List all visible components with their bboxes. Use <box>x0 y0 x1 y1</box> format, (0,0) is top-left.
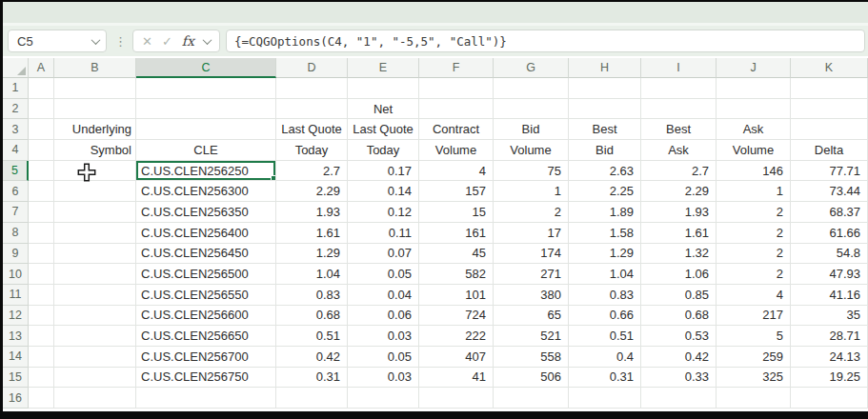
cell-C14[interactable]: C.US.CLEN256700 <box>136 347 276 368</box>
row-header-9[interactable]: 9 <box>3 244 29 265</box>
cell-K5[interactable]: 77.71 <box>791 161 868 182</box>
cell-J12[interactable]: 217 <box>717 306 791 327</box>
cell-I4[interactable]: Ask <box>641 140 717 161</box>
cell-H9[interactable]: 1.29 <box>569 244 641 265</box>
insert-function-icon[interactable]: fx <box>182 33 194 49</box>
cell-K10[interactable]: 47.93 <box>791 264 868 285</box>
cell-J14[interactable]: 259 <box>717 347 791 368</box>
cell-A7[interactable] <box>29 202 54 223</box>
cell-A14[interactable] <box>29 347 54 368</box>
cell-G11[interactable]: 380 <box>494 285 569 306</box>
cell-E2[interactable]: Net <box>348 99 419 120</box>
cell-K3[interactable] <box>791 119 868 140</box>
cell-F15[interactable]: 41 <box>419 368 494 389</box>
cell-K16[interactable] <box>791 388 868 409</box>
cell-H16[interactable] <box>569 388 641 409</box>
cell-F7[interactable]: 15 <box>419 202 494 223</box>
fill-handle[interactable] <box>271 175 276 181</box>
cell-H3[interactable]: Best <box>569 119 641 140</box>
cell-E14[interactable]: 0.05 <box>348 347 419 368</box>
cell-J16[interactable] <box>717 388 791 409</box>
cell-E9[interactable]: 0.07 <box>348 244 419 265</box>
cell-C7[interactable]: C.US.CLEN256350 <box>136 202 276 223</box>
cell-H10[interactable]: 1.04 <box>569 264 641 285</box>
cell-D12[interactable]: 0.68 <box>276 306 348 327</box>
cell-A13[interactable] <box>29 326 54 347</box>
cell-H15[interactable]: 0.31 <box>569 368 641 389</box>
cell-K15[interactable]: 19.25 <box>791 368 868 389</box>
cell-C3[interactable] <box>136 119 276 140</box>
cell-G3[interactable]: Bid <box>494 119 569 140</box>
cell-A3[interactable] <box>29 119 54 140</box>
cell-D15[interactable]: 0.31 <box>276 368 348 389</box>
cell-A11[interactable] <box>29 285 54 306</box>
cell-I15[interactable]: 0.33 <box>641 368 717 389</box>
cell-C15[interactable]: C.US.CLEN256750 <box>136 368 276 389</box>
cell-H7[interactable]: 1.89 <box>569 202 641 223</box>
cell-F13[interactable]: 222 <box>419 326 494 347</box>
cell-K6[interactable]: 73.44 <box>791 181 868 202</box>
cell-I7[interactable]: 1.93 <box>641 202 717 223</box>
cell-J15[interactable]: 325 <box>717 368 791 389</box>
cell-D13[interactable]: 0.51 <box>276 326 348 347</box>
cell-D8[interactable]: 1.61 <box>276 223 348 244</box>
cell-F9[interactable]: 45 <box>419 244 494 265</box>
cell-I16[interactable] <box>641 388 717 409</box>
cancel-icon[interactable]: ✕ <box>142 34 152 49</box>
row-header-16[interactable]: 16 <box>3 388 29 409</box>
cell-J8[interactable]: 2 <box>717 223 791 244</box>
cell-J11[interactable]: 4 <box>717 285 791 306</box>
cell-C11[interactable]: C.US.CLEN256550 <box>136 285 276 306</box>
cell-J7[interactable]: 2 <box>717 202 791 223</box>
cell-H4[interactable]: Bid <box>569 140 641 161</box>
cell-D14[interactable]: 0.42 <box>276 347 348 368</box>
cell-A1[interactable] <box>29 78 54 99</box>
row-header-8[interactable]: 8 <box>3 223 29 244</box>
cell-C12[interactable]: C.US.CLEN256600 <box>136 306 276 327</box>
cell-C8[interactable]: C.US.CLEN256400 <box>136 223 276 244</box>
cell-G16[interactable] <box>494 388 569 409</box>
cell-H8[interactable]: 1.58 <box>569 223 641 244</box>
cell-H14[interactable]: 0.4 <box>569 347 641 368</box>
cell-E4[interactable]: Today <box>348 140 419 161</box>
cell-F16[interactable] <box>419 388 494 409</box>
row-header-10[interactable]: 10 <box>3 264 29 285</box>
cell-J6[interactable]: 1 <box>717 181 791 202</box>
cell-J13[interactable]: 5 <box>717 326 791 347</box>
cell-B8[interactable] <box>54 223 136 244</box>
cell-J5[interactable]: 146 <box>717 161 791 182</box>
cell-C1[interactable] <box>136 78 276 99</box>
cell-C9[interactable]: C.US.CLEN256450 <box>136 244 276 265</box>
cell-B11[interactable] <box>54 285 136 306</box>
cell-J3[interactable]: Ask <box>717 119 791 140</box>
cell-F14[interactable]: 407 <box>419 347 494 368</box>
cell-D7[interactable]: 1.93 <box>276 202 348 223</box>
cell-K8[interactable]: 61.66 <box>791 223 868 244</box>
cell-C10[interactable]: C.US.CLEN256500 <box>136 264 276 285</box>
cell-I14[interactable]: 0.42 <box>641 347 717 368</box>
cell-K13[interactable]: 28.71 <box>791 326 868 347</box>
cell-I2[interactable] <box>641 99 717 120</box>
cell-E8[interactable]: 0.11 <box>348 223 419 244</box>
cell-I13[interactable]: 0.53 <box>641 326 717 347</box>
cell-K1[interactable] <box>791 78 868 99</box>
cell-G12[interactable]: 65 <box>494 306 569 327</box>
cell-F10[interactable]: 582 <box>419 264 494 285</box>
cell-G6[interactable]: 1 <box>494 181 569 202</box>
cell-I9[interactable]: 1.32 <box>641 244 717 265</box>
cell-F1[interactable] <box>419 78 494 99</box>
cell-I6[interactable]: 2.29 <box>641 181 717 202</box>
cell-G9[interactable]: 174 <box>494 244 569 265</box>
cell-B15[interactable] <box>54 368 136 389</box>
cell-A5[interactable] <box>29 161 54 182</box>
cell-K4[interactable]: Delta <box>791 140 868 161</box>
cell-A15[interactable] <box>29 368 54 389</box>
row-header-3[interactable]: 3 <box>3 119 29 140</box>
cell-I11[interactable]: 0.85 <box>641 285 717 306</box>
cell-A10[interactable] <box>29 264 54 285</box>
cell-H1[interactable] <box>569 78 641 99</box>
cell-C6[interactable]: C.US.CLEN256300 <box>136 181 276 202</box>
cell-J1[interactable] <box>717 78 791 99</box>
cell-K14[interactable]: 24.13 <box>791 347 868 368</box>
cell-B13[interactable] <box>54 326 136 347</box>
